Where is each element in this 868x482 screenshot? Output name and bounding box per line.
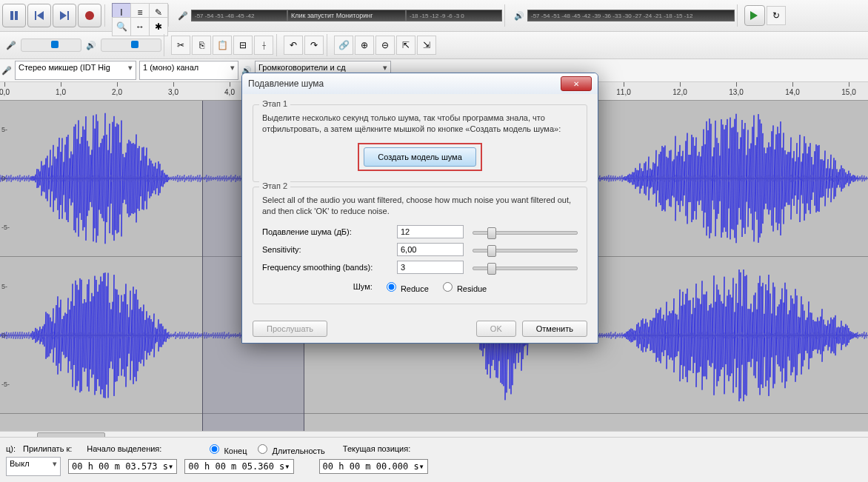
paste-button[interactable]: 📋 xyxy=(213,36,232,55)
step2-title: Этап 2 xyxy=(259,181,290,190)
svg-marker-5 xyxy=(60,11,67,20)
pos-label: Текущая позиция: xyxy=(343,444,410,453)
dialog-title-text: Подавление шума xyxy=(248,78,324,89)
noise-mode-label: Шум: xyxy=(353,282,373,291)
fit-project-button[interactable]: ⇲ xyxy=(417,36,436,55)
step2-group: Этап 2 Select all of the audio you want … xyxy=(253,187,587,304)
record-meter-click[interactable]: Клик запустит Мониторинг xyxy=(287,10,406,21)
mic-icon-3: 🎤 xyxy=(1,66,12,76)
cut-button[interactable]: ✂ xyxy=(171,36,190,55)
step1-group: Этап 1 Выделите несколько секунд только … xyxy=(253,104,587,182)
duration-radio[interactable] xyxy=(258,444,267,454)
residue-radio[interactable] xyxy=(443,282,453,292)
noise-reduction-dialog: Подавление шума ✕ Этап 1 Выделите нескол… xyxy=(241,73,598,344)
skip-start-button[interactable] xyxy=(27,4,51,27)
cancel-button[interactable]: Отменить xyxy=(522,321,587,337)
record-meter-right[interactable]: -18 -15 -12 -9 -6 -3 0 xyxy=(406,10,502,21)
sensitivity-slider[interactable] xyxy=(473,243,578,256)
svg-rect-2 xyxy=(35,11,36,20)
record-meter-left[interactable]: -57 -54 -51 -48 -45 -42 xyxy=(191,10,287,21)
loop-button[interactable]: ↻ xyxy=(767,6,786,25)
freq-smooth-label: Frequency smoothing (bands): xyxy=(262,263,388,272)
zoom-in-button[interactable]: ⊕ xyxy=(355,36,374,55)
step2-desc: Select all of the audio you want filtere… xyxy=(262,195,578,218)
zoom-out-button[interactable]: ⊖ xyxy=(375,36,395,55)
play-green-button[interactable] xyxy=(744,5,765,26)
silence-button[interactable]: ⟊ xyxy=(254,36,273,55)
svg-point-6 xyxy=(85,11,94,20)
fit-selection-button[interactable]: ⇱ xyxy=(396,36,415,55)
svg-rect-1 xyxy=(15,11,18,20)
time-end-box[interactable]: 00 h 00 m 05.360 s▾ xyxy=(184,459,293,474)
end-radio[interactable] xyxy=(210,444,219,454)
mic-icon: 🎤 xyxy=(178,11,188,21)
snap-label: Прилипать к: xyxy=(23,444,72,453)
pause-button[interactable] xyxy=(2,4,26,27)
speaker-icon-2: 🔊 xyxy=(86,41,96,50)
svg-marker-7 xyxy=(750,11,758,20)
reduce-radio[interactable] xyxy=(387,282,396,292)
sel-start-label: Начало выделения: xyxy=(87,444,161,453)
time-start-box[interactable]: 00 h 00 m 03.573 s▾ xyxy=(68,459,177,474)
noise-db-slider[interactable] xyxy=(473,225,578,238)
channels-dropdown[interactable]: 1 (моно) канал xyxy=(139,61,238,80)
selection-toolbar: ц): Прилипать к: Начало выделения: Конец… xyxy=(0,437,868,482)
freq-smooth-input[interactable] xyxy=(397,261,464,274)
time-pos-box[interactable]: 00 h 00 m 00.000 s▾ xyxy=(319,459,428,474)
svg-rect-4 xyxy=(67,11,69,20)
copy-button[interactable]: ⎘ xyxy=(192,36,211,55)
sensitivity-input[interactable] xyxy=(397,243,464,256)
ok-button[interactable]: OK xyxy=(476,321,516,337)
transport-toolbar: I ≡ ✎ 🔍 ↔ ✱ 🎤 -57 -54 -51 -48 -45 -42 Кл… xyxy=(0,0,868,32)
zoom-tool[interactable]: 🔍 xyxy=(112,17,131,36)
hz-label: ц): xyxy=(6,444,16,453)
second-toolbar: 🎤 🔊 ✂ ⎘ 📋 ⊟ ⟊ ↶ ↷ 🔗 ⊕ ⊖ ⇱ ⇲ xyxy=(0,32,868,59)
multi-tool[interactable]: ✱ xyxy=(149,17,168,36)
play-meter[interactable]: -57 -54 -51 -48 -45 -42 -39 -36 -33 -30 … xyxy=(527,10,735,21)
svg-rect-0 xyxy=(10,11,13,20)
step1-desc: Выделите несколько секунд только шума, т… xyxy=(262,113,578,135)
svg-marker-3 xyxy=(37,11,44,20)
freq-smooth-slider[interactable] xyxy=(473,261,578,274)
trim-button[interactable]: ⊟ xyxy=(233,36,253,55)
play-volume-slider[interactable] xyxy=(101,39,161,52)
sync-lock-button[interactable]: 🔗 xyxy=(334,36,353,55)
input-device-dropdown[interactable]: Стерео микшер (IDT Hig xyxy=(15,61,136,80)
skip-end-button[interactable] xyxy=(53,4,76,27)
sensitivity-label: Sensitivity: xyxy=(262,245,388,254)
record-button[interactable] xyxy=(78,4,101,27)
create-model-highlight: Создать модель шума xyxy=(358,143,482,171)
preview-button[interactable]: Прослушать xyxy=(253,321,327,337)
mic-icon-2: 🎤 xyxy=(6,41,16,50)
speaker-icon: 🔊 xyxy=(514,11,524,21)
step1-title: Этап 1 xyxy=(259,99,290,108)
timeshift-tool[interactable]: ↔ xyxy=(130,17,150,36)
noise-db-input[interactable] xyxy=(397,225,464,238)
noise-db-label: Подавление шума (дБ): xyxy=(262,227,388,236)
dialog-titlebar[interactable]: Подавление шума ✕ xyxy=(242,73,598,94)
snap-dropdown[interactable]: Выкл xyxy=(6,457,61,476)
redo-button[interactable]: ↷ xyxy=(304,36,324,55)
close-button[interactable]: ✕ xyxy=(561,76,592,91)
record-volume-slider[interactable] xyxy=(21,39,81,52)
create-noise-model-button[interactable]: Создать модель шума xyxy=(364,147,476,167)
undo-button[interactable]: ↶ xyxy=(284,36,303,55)
